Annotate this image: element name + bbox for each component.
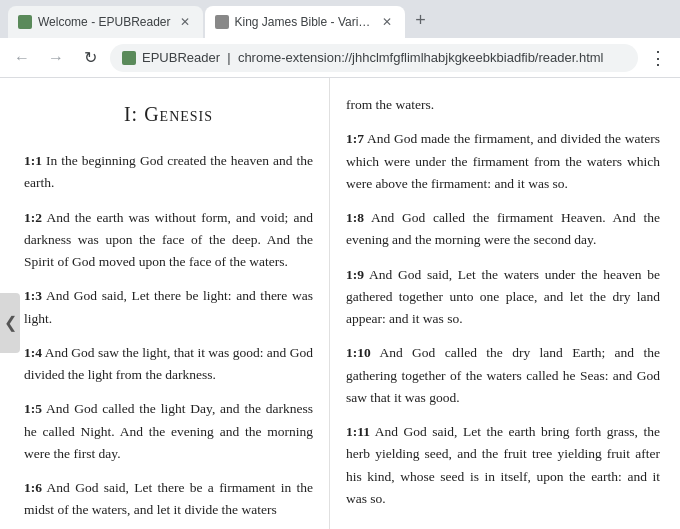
forward-icon: →	[48, 49, 64, 67]
right-panel: from the waters. 1:7 And God made the fi…	[330, 78, 680, 529]
verse-ref-1-5: 1:5	[24, 401, 42, 416]
browser-chrome: Welcome - EPUBReader ✕ King James Bible …	[0, 0, 680, 529]
menu-button[interactable]: ⋮	[644, 44, 672, 72]
verse-ref-1-10: 1:10	[346, 345, 371, 360]
verse-1-2: 1:2 And the earth was without form, and …	[24, 207, 313, 274]
url-full: chrome-extension://jhhclmfgflimlhabjkgke…	[238, 50, 604, 65]
verse-ref-1-9: 1:9	[346, 267, 364, 282]
verse-ref-1-3: 1:3	[24, 288, 42, 303]
verse-1-5: 1:5 And God called the light Day, and th…	[24, 398, 313, 465]
continuation-text: from the waters.	[346, 94, 660, 116]
tab-bar: Welcome - EPUBReader ✕ King James Bible …	[0, 0, 680, 38]
verse-1-9: 1:9 And God said, Let the waters under t…	[346, 264, 660, 331]
tab-label-kjb: King James Bible - Various	[235, 15, 373, 29]
verse-1-1: 1:1 In the beginning God created the hea…	[24, 150, 313, 195]
tab-close-epubreader[interactable]: ✕	[177, 14, 193, 30]
back-icon: ←	[14, 49, 30, 67]
url-bar[interactable]: EPUBReader | chrome-extension://jhhclmfg…	[110, 44, 638, 72]
new-tab-button[interactable]: +	[407, 6, 435, 34]
url-favicon	[122, 51, 136, 65]
reader-area: ❮ I: Genesis 1:1 In the beginning God cr…	[0, 78, 680, 529]
url-scheme-label: EPUBReader	[142, 50, 220, 65]
url-scheme: EPUBReader | chrome-extension://jhhclmfg…	[142, 50, 604, 65]
verse-1-8: 1:8 And God called the firmament Heaven.…	[346, 207, 660, 252]
verse-1-4: 1:4 And God saw the light, that it was g…	[24, 342, 313, 387]
verse-ref-1-4: 1:4	[24, 345, 42, 360]
menu-icon: ⋮	[649, 47, 667, 69]
tab-favicon-kjb	[215, 15, 229, 29]
verse-1-6: 1:6 And God said, Let there be a firmame…	[24, 477, 313, 522]
tab-kjb[interactable]: King James Bible - Various ✕	[205, 6, 405, 38]
verse-ref-1-11: 1:11	[346, 424, 370, 439]
refresh-button[interactable]: ↻	[76, 44, 104, 72]
tab-close-kjb[interactable]: ✕	[379, 14, 395, 30]
refresh-icon: ↻	[84, 48, 97, 67]
verse-1-7: 1:7 And God made the firmament, and divi…	[346, 128, 660, 195]
left-panel: I: Genesis 1:1 In the beginning God crea…	[0, 78, 330, 529]
prev-page-button[interactable]: ❮	[0, 293, 20, 353]
chapter-title: I: Genesis	[24, 98, 313, 130]
verse-ref-1-7: 1:7	[346, 131, 364, 146]
prev-page-icon: ❮	[4, 313, 17, 332]
verse-1-3: 1:3 And God said, Let there be light: an…	[24, 285, 313, 330]
address-bar: ← → ↻ EPUBReader | chrome-extension://jh…	[0, 38, 680, 78]
verse-ref-1-8: 1:8	[346, 210, 364, 225]
tab-epubreader[interactable]: Welcome - EPUBReader ✕	[8, 6, 203, 38]
verse-1-11: 1:11 And God said, Let the earth bring f…	[346, 421, 660, 510]
back-button[interactable]: ←	[8, 44, 36, 72]
verse-1-10: 1:10 And God called the dry land Earth; …	[346, 342, 660, 409]
tab-label-epubreader: Welcome - EPUBReader	[38, 15, 171, 29]
tab-favicon-epubreader	[18, 15, 32, 29]
verse-ref-1-6: 1:6	[24, 480, 42, 495]
verse-ref-1-1: 1:1	[24, 153, 42, 168]
forward-button[interactable]: →	[42, 44, 70, 72]
verse-ref-1-2: 1:2	[24, 210, 42, 225]
